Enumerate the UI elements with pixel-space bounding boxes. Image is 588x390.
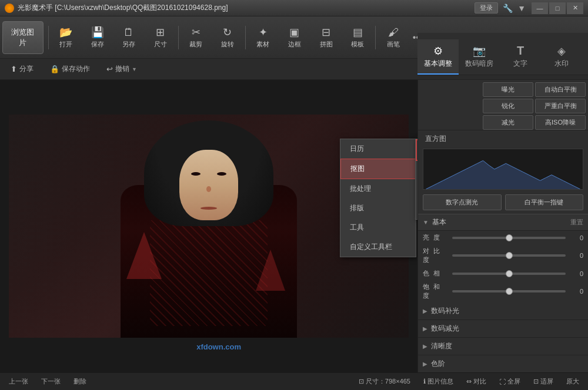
- saturation-track: [452, 290, 566, 292]
- tool-crop[interactable]: ✂ 裁剪: [181, 21, 212, 54]
- tool-save[interactable]: 💾 保存: [82, 21, 113, 54]
- submenu-manual-crop[interactable]: 手动抠图: [416, 161, 417, 180]
- basic-tab-icon: ⚙: [433, 45, 443, 58]
- info-button[interactable]: ℹ 图片信息: [420, 376, 456, 387]
- tool-paint[interactable]: 🖌 画笔: [378, 21, 409, 54]
- menu-item-custom[interactable]: 自定义工具栏: [340, 237, 416, 257]
- right-tabs: ⚙ 基本调整 📷 数码暗房 T 文字 ◈ 水印: [417, 33, 588, 75]
- clarity-header[interactable]: ▶ 清晰度: [418, 338, 588, 355]
- tool-material[interactable]: ✦ 素材: [248, 21, 279, 54]
- fullscreen-icon: ⛶: [499, 378, 506, 385]
- share-button[interactable]: ⬆ 分享: [7, 63, 37, 75]
- tool-open[interactable]: 📂 打开: [51, 21, 82, 54]
- original-button[interactable]: 原大: [563, 376, 582, 387]
- histogram-title: 直方图: [418, 130, 588, 146]
- submenu-color-crop[interactable]: 色度抠图: [416, 200, 417, 219]
- fit-button[interactable]: ⊡ 适屏: [530, 376, 556, 387]
- btn-high-iso[interactable]: 高ISO降噪: [535, 115, 586, 130]
- undo-icon: ↩: [106, 65, 113, 73]
- main-content: 日历 抠图 批处理 排版 工具 自定义工具栏 自动抠图 手动抠图 形状抠图 色度…: [0, 80, 588, 372]
- compare-button[interactable]: ⇔ 对比: [463, 376, 489, 387]
- compare-icon: ⇔: [466, 378, 472, 385]
- browse-button[interactable]: 浏览图片: [2, 21, 44, 54]
- submenu-shape-crop[interactable]: 形状抠图: [416, 180, 417, 200]
- btn-reduce[interactable]: 减光: [483, 115, 533, 130]
- btn-severe-wb[interactable]: 严重白平衡: [535, 99, 586, 113]
- tool-saveas[interactable]: 🗒 另存: [114, 21, 145, 54]
- basic-section-header[interactable]: ▼ 基本 重置: [418, 214, 588, 231]
- win-controls: — □ ✕: [532, 2, 583, 14]
- btn-auto-wb[interactable]: 自动白平衡: [535, 82, 586, 97]
- brightness-row: 亮 度 0: [418, 231, 588, 244]
- digital-reduce-section: ▶ 数码减光: [418, 320, 588, 338]
- restore-button[interactable]: □: [549, 2, 566, 14]
- size-icon: ⊞: [156, 26, 165, 39]
- figure: [109, 120, 309, 338]
- prev-button[interactable]: 上一张: [6, 376, 31, 387]
- menu-item-layout[interactable]: 排版: [340, 199, 416, 218]
- menu-item-batch[interactable]: 批处理: [340, 179, 416, 199]
- tab-watermark[interactable]: ◈ 水印: [541, 39, 582, 75]
- contrast-row: 对 比 度 0: [418, 244, 588, 267]
- undo-button[interactable]: ↩ 撤销 ▼: [103, 63, 141, 75]
- digital-fill-arrow: ▶: [423, 308, 427, 314]
- saturation-value: 0: [569, 288, 583, 295]
- hue-row: 色 相 0: [418, 267, 588, 280]
- watermark-text: xfdown.com: [196, 342, 241, 351]
- quick-buttons: 数字点测光 白平衡一指键: [418, 192, 588, 214]
- fullscreen-button[interactable]: ⛶ 全屏: [496, 376, 523, 387]
- digital-reduce-header[interactable]: ▶ 数码减光: [418, 320, 588, 337]
- digital-fill-header[interactable]: ▶ 数码补光: [418, 302, 588, 320]
- dimensions-icon: ⊡: [359, 378, 364, 385]
- image-area: 日历 抠图 批处理 排版 工具 自定义工具栏 自动抠图 手动抠图 形状抠图 色度…: [0, 80, 417, 372]
- menu-item-crop[interactable]: 抠图: [340, 159, 416, 179]
- toolbar-divider3: [245, 26, 246, 49]
- right-panel: 曝光 自动白平衡 锐化 严重白平衡 减光 高ISO降噪 直方图 数字点测光 白平…: [417, 80, 588, 372]
- template-label: 模板: [351, 40, 364, 49]
- basic-tab-label: 基本调整: [424, 59, 452, 69]
- delete-button[interactable]: 删除: [71, 376, 89, 387]
- levels-section: ▶ 色阶: [418, 355, 588, 372]
- original-label: 原大: [566, 377, 579, 386]
- minimize-button[interactable]: —: [532, 2, 548, 14]
- tool-border[interactable]: ▣ 边框: [279, 21, 310, 54]
- material-icon: ✦: [259, 26, 268, 39]
- titlebar-tool1[interactable]: 🔧: [503, 4, 513, 13]
- tool-template[interactable]: ▤ 模板: [342, 21, 373, 54]
- login-button[interactable]: 登录: [475, 2, 498, 14]
- menu-item-tools[interactable]: 工具: [340, 218, 416, 237]
- tab-basic[interactable]: ⚙ 基本调整: [417, 39, 459, 75]
- rotate-icon: ↻: [223, 26, 232, 39]
- btn-digital-point-light[interactable]: 数字点测光: [423, 194, 502, 210]
- saveas-icon: 🗒: [123, 26, 134, 39]
- tab-text[interactable]: T 文字: [500, 39, 541, 75]
- sliders-container: 亮 度 0 对 比 度 0 色 相 0: [418, 231, 588, 302]
- hue-value: 0: [569, 270, 583, 277]
- btn-exposure[interactable]: 曝光: [483, 82, 533, 97]
- digital-reduce-title: 数码减光: [431, 324, 459, 334]
- titlebar-tool2[interactable]: ▼: [517, 4, 526, 13]
- undo-arrow: ▼: [132, 66, 137, 72]
- submenu: 自动抠图 手动抠图 形状抠图 色度抠图: [415, 139, 417, 220]
- fullscreen-label: 全屏: [507, 377, 520, 386]
- info-label: 图片信息: [427, 377, 453, 386]
- btn-sharpen[interactable]: 锐化: [483, 99, 533, 113]
- clarity-section: ▶ 清晰度: [418, 338, 588, 355]
- reset-button[interactable]: 重置: [570, 218, 583, 227]
- tab-digital[interactable]: 📷 数码暗房: [459, 39, 500, 75]
- levels-header[interactable]: ▶ 色阶: [418, 355, 588, 372]
- app-icon: [5, 4, 14, 13]
- close-button[interactable]: ✕: [567, 2, 583, 14]
- save-action-button[interactable]: 🔒 保存动作: [46, 63, 93, 75]
- submenu-auto-crop[interactable]: 自动抠图: [416, 139, 417, 161]
- tool-size[interactable]: ⊞ 尺寸: [145, 21, 176, 54]
- tool-collage[interactable]: ⊟ 拼图: [311, 21, 342, 54]
- btn-wb-one-touch[interactable]: 白平衡一指键: [505, 194, 584, 210]
- title-text: 光影魔术手 [C:\Users\xzwh\Desktop\QQ截图2016102…: [18, 3, 475, 13]
- hue-thumb: [506, 270, 513, 277]
- fit-icon: ⊡: [533, 378, 539, 385]
- tool-rotate[interactable]: ↻ 旋转: [212, 21, 243, 54]
- info-icon: ℹ: [423, 378, 426, 385]
- next-button[interactable]: 下一张: [38, 376, 64, 387]
- menu-item-calendar[interactable]: 日历: [340, 139, 416, 159]
